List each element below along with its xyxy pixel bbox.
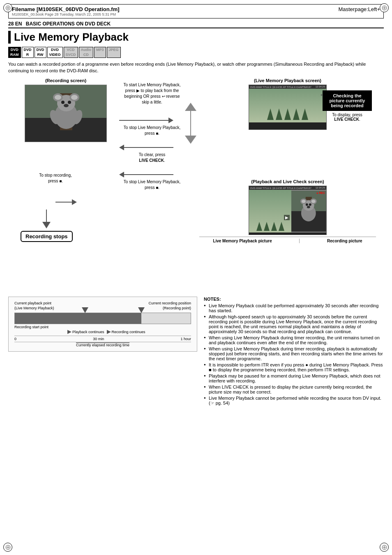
split-left: ▶ bbox=[249, 190, 291, 233]
arrow-down-line bbox=[46, 210, 47, 222]
title-bar-decoration bbox=[8, 31, 11, 44]
instruction-stop-playback-2: To stop Live Memory Playback,press ■. bbox=[111, 179, 193, 191]
instruction-display: To display, pressLIVE CHECK. bbox=[323, 113, 372, 122]
corner-decoration-bl bbox=[3, 543, 12, 552]
svg-point-12 bbox=[64, 104, 69, 107]
instruction-stop-playback-1: To stop Live Memory Playback,press ■. bbox=[111, 125, 193, 136]
svg-point-23 bbox=[302, 200, 306, 203]
timeline-start-label: Recording start point bbox=[14, 325, 191, 329]
section-title: BASIC OPERATIONS ON DVD DECK bbox=[26, 21, 111, 27]
page-title: Live Memory Playback bbox=[8, 31, 384, 44]
main-diagram: (Recording screen) bbox=[8, 78, 378, 292]
timeline-continues-row: Playback continues Recording continues bbox=[67, 330, 191, 334]
svg-point-26 bbox=[309, 203, 311, 206]
header-filename: Filename [M100SEK_06DVD Operation.fm] bbox=[12, 6, 120, 12]
split-screen-header: DVD-RAM TITLE:9 ◷0:14:55 XP TITLE:9 CHAP… bbox=[249, 186, 326, 190]
recording-continues-item: Recording continues bbox=[107, 330, 145, 334]
note-item-2: Although high-speed search up to approxi… bbox=[204, 314, 384, 334]
recording-continues-label: Recording continues bbox=[112, 330, 145, 334]
description-text: You can watch a recorded portion of a pr… bbox=[8, 61, 384, 74]
middle-instructions: To start Live Memory Playback,press ▶ to… bbox=[111, 82, 193, 191]
arrow-down-head bbox=[42, 222, 51, 228]
timeline-30min: 30 min bbox=[93, 337, 104, 341]
checking-box-section: Checking the picture currently being rec… bbox=[323, 90, 372, 122]
tree-row bbox=[267, 108, 308, 120]
header-subline: M100SEK_00.book Page 28 Tuesday, March 2… bbox=[12, 12, 120, 16]
corner-decoration-tr bbox=[380, 3, 389, 12]
instruction-stop-recording: To stop recording,press ■. bbox=[31, 173, 80, 184]
badge-dvd-rw: DVDRW bbox=[35, 47, 46, 58]
recording-screen-section: (Recording screen) bbox=[21, 78, 111, 142]
badge-mp3: MP3 bbox=[94, 47, 106, 58]
timeline-bottom-labels: 0 30 min 1 hour bbox=[14, 336, 191, 341]
playback-continues-label: Playback continues bbox=[72, 330, 104, 334]
live-playback-screen-label: (Live Memory Playback screen) bbox=[199, 78, 376, 83]
recording-screen-label: (Recording screen) bbox=[21, 78, 111, 83]
badge-dvd-video: DVDVIDEO bbox=[47, 47, 63, 58]
arrow-left-2 bbox=[119, 172, 193, 177]
note-item-8: Live Memory Playback cannot be performed… bbox=[204, 396, 384, 406]
instruction-start-playback: To start Live Memory Playback,press ▶ to… bbox=[111, 82, 193, 105]
split-right: ● REC bbox=[291, 190, 326, 233]
live-memory-playback-picture-label: Live Memory Playback picture bbox=[213, 239, 272, 243]
notes-title: NOTES: bbox=[204, 297, 384, 302]
trees-split bbox=[256, 222, 284, 231]
format-badges: DVDRAM DVDR DVDRW DVDVIDEO VCDSVCD Audio… bbox=[8, 47, 384, 58]
note-item-6: Playback may be paused for a moment duri… bbox=[204, 373, 384, 383]
arrow-right-1 bbox=[119, 117, 193, 123]
timeline-recorded-portion bbox=[15, 313, 141, 324]
svg-point-9 bbox=[71, 95, 78, 100]
recording-start-label: Recording start point bbox=[14, 325, 48, 329]
playback-continues-item: Playback continues bbox=[67, 330, 104, 334]
koala-mini-svg bbox=[291, 191, 326, 232]
arrow-stop-recording bbox=[55, 199, 77, 205]
instruction-clear: To clear, pressLIVE CHECK. bbox=[111, 152, 193, 164]
svg-point-27 bbox=[307, 206, 310, 208]
note-item-5: It is impossible to perform ITR even if … bbox=[204, 362, 384, 372]
timeline-section: Current playback point(Live Memory Playb… bbox=[8, 297, 197, 407]
svg-point-25 bbox=[306, 203, 308, 206]
note-item-7: When LIVE CHECK is pressed to display th… bbox=[204, 385, 384, 394]
badge-vcd-svcd: VCDSVCD bbox=[64, 47, 78, 58]
timeline-bar bbox=[14, 313, 191, 324]
timeline-top-labels: Current playback point(Live Memory Playb… bbox=[14, 301, 191, 311]
split-screen-body: ▶ bbox=[249, 190, 326, 233]
svg-point-8 bbox=[55, 95, 61, 100]
timeline-elapsed-label: Currently elapsed recording time bbox=[14, 342, 191, 347]
timeline-recording-arrow bbox=[138, 307, 145, 313]
notes-list: Live Memory Playback could be performed … bbox=[204, 303, 384, 406]
badge-jpeg: JPEG bbox=[107, 47, 121, 58]
live-playback-screen: DVD-RAM TITLE:9 ◷0:14:55 XP TITLE:9 CHAP… bbox=[249, 85, 327, 130]
page-number: 28 EN bbox=[8, 21, 22, 27]
rec-indicator: ● REC bbox=[316, 191, 325, 194]
playback-live-check-section: (Playback and Live Check screen) DVD-RAM… bbox=[199, 179, 376, 243]
arrow-left-1 bbox=[119, 145, 193, 150]
timeline-playback-arrow bbox=[82, 307, 88, 313]
timeline-1hour: 1 hour bbox=[180, 337, 191, 341]
corner-decoration-br bbox=[380, 543, 389, 552]
koala-svg bbox=[25, 85, 107, 142]
recording-stops-label: Recording stops bbox=[21, 231, 73, 242]
notes-section: NOTES: Live Memory Playback could be per… bbox=[204, 297, 384, 407]
lower-area: Current playback point(Live Memory Playb… bbox=[8, 297, 384, 407]
corner-decoration-tl bbox=[3, 3, 12, 12]
header-masterpage: Masterpage:Left+ bbox=[338, 6, 380, 12]
badge-dvd-r: DVDR bbox=[22, 47, 34, 58]
badge-dvd-ram: DVDRAM bbox=[8, 47, 21, 58]
playback-screen-body: ↩ bbox=[249, 89, 326, 122]
header-bar: Filename [M100SEK_06DVD Operation.fm] M1… bbox=[8, 4, 384, 18]
timeline-box: Current playback point(Live Memory Playb… bbox=[8, 297, 197, 351]
note-item-1: Live Memory Playback could be performed … bbox=[204, 303, 384, 313]
recording-picture-label: Recording picture bbox=[327, 239, 362, 243]
screen-header-1: DVD-RAM TITLE:9 ◷0:14:55 XP TITLE:9 CHAP… bbox=[249, 85, 326, 89]
svg-point-10 bbox=[61, 101, 65, 104]
svg-point-11 bbox=[68, 101, 71, 104]
recording-screen bbox=[25, 85, 107, 142]
bottom-screen-labels: Live Memory Playback picture Recording p… bbox=[199, 237, 376, 243]
recording-stops-section: Recording stops bbox=[21, 210, 73, 242]
svg-point-24 bbox=[311, 200, 316, 203]
split-screen: DVD-RAM TITLE:9 ◷0:14:55 XP TITLE:9 CHAP… bbox=[249, 186, 327, 235]
page: Filename [M100SEK_06DVD Operation.fm] M1… bbox=[0, 0, 392, 555]
playback-live-check-label: (Playback and Live Check screen) bbox=[199, 179, 376, 184]
checking-box: Checking the picture currently being rec… bbox=[323, 90, 372, 111]
